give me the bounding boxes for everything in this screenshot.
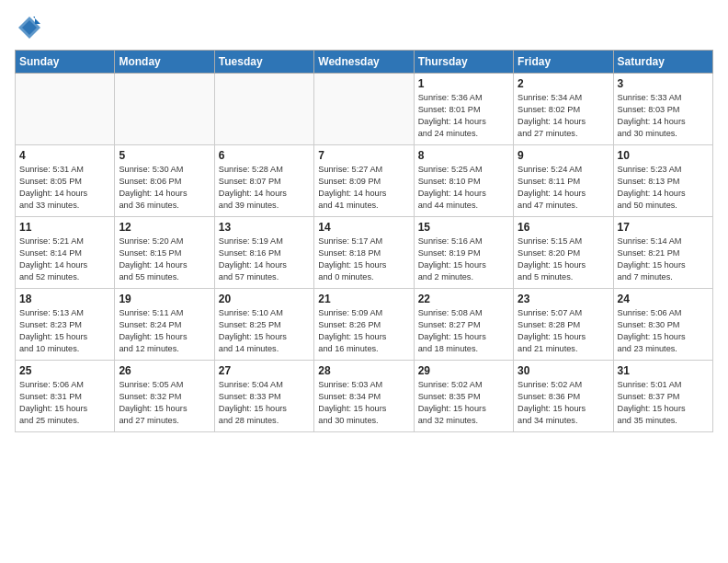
day-cell <box>214 74 313 145</box>
column-header-tuesday: Tuesday <box>214 51 313 74</box>
day-cell: 13Sunrise: 5:19 AM Sunset: 8:16 PM Dayli… <box>214 217 313 289</box>
day-info: Sunrise: 5:02 AM Sunset: 8:36 PM Dayligh… <box>518 379 609 427</box>
day-number: 22 <box>418 293 509 305</box>
day-number: 1 <box>418 77 509 90</box>
day-number: 8 <box>418 149 509 162</box>
day-number: 13 <box>219 221 310 234</box>
day-cell: 24Sunrise: 5:06 AM Sunset: 8:30 PM Dayli… <box>613 289 712 361</box>
day-info: Sunrise: 5:03 AM Sunset: 8:34 PM Dayligh… <box>318 379 409 427</box>
day-info: Sunrise: 5:24 AM Sunset: 8:11 PM Dayligh… <box>518 164 609 212</box>
day-info: Sunrise: 5:34 AM Sunset: 8:02 PM Dayligh… <box>518 92 609 140</box>
logo-icon <box>17 15 42 40</box>
day-info: Sunrise: 5:06 AM Sunset: 8:30 PM Dayligh… <box>618 307 709 355</box>
day-cell: 11Sunrise: 5:21 AM Sunset: 8:14 PM Dayli… <box>16 217 115 289</box>
day-number: 21 <box>318 293 409 305</box>
day-cell: 9Sunrise: 5:24 AM Sunset: 8:11 PM Daylig… <box>514 145 613 217</box>
day-number: 3 <box>618 77 709 90</box>
day-number: 25 <box>19 364 110 377</box>
day-cell: 14Sunrise: 5:17 AM Sunset: 8:18 PM Dayli… <box>314 217 414 289</box>
day-cell: 21Sunrise: 5:09 AM Sunset: 8:26 PM Dayli… <box>314 289 414 361</box>
day-number: 23 <box>518 293 609 305</box>
day-cell: 18Sunrise: 5:13 AM Sunset: 8:23 PM Dayli… <box>16 289 115 361</box>
day-number: 17 <box>618 221 709 234</box>
day-info: Sunrise: 5:08 AM Sunset: 8:27 PM Dayligh… <box>418 307 509 355</box>
day-cell: 25Sunrise: 5:06 AM Sunset: 8:31 PM Dayli… <box>16 361 115 432</box>
day-cell: 30Sunrise: 5:02 AM Sunset: 8:36 PM Dayli… <box>514 361 613 432</box>
day-cell: 28Sunrise: 5:03 AM Sunset: 8:34 PM Dayli… <box>314 361 414 432</box>
day-info: Sunrise: 5:14 AM Sunset: 8:21 PM Dayligh… <box>618 236 709 283</box>
column-header-wednesday: Wednesday <box>314 51 414 74</box>
day-cell: 22Sunrise: 5:08 AM Sunset: 8:27 PM Dayli… <box>414 289 513 361</box>
day-number: 20 <box>219 293 310 305</box>
day-cell: 10Sunrise: 5:23 AM Sunset: 8:13 PM Dayli… <box>613 145 712 217</box>
week-row-2: 4Sunrise: 5:31 AM Sunset: 8:05 PM Daylig… <box>16 145 713 217</box>
day-number: 16 <box>518 221 609 234</box>
day-cell: 3Sunrise: 5:33 AM Sunset: 8:03 PM Daylig… <box>613 74 712 145</box>
column-header-saturday: Saturday <box>613 51 712 74</box>
day-info: Sunrise: 5:11 AM Sunset: 8:24 PM Dayligh… <box>119 307 210 355</box>
column-header-friday: Friday <box>514 51 613 74</box>
day-number: 5 <box>119 149 210 162</box>
day-info: Sunrise: 5:31 AM Sunset: 8:05 PM Dayligh… <box>19 164 110 212</box>
day-number: 14 <box>318 221 409 234</box>
calendar-header: SundayMondayTuesdayWednesdayThursdayFrid… <box>16 51 713 74</box>
day-number: 28 <box>318 364 409 377</box>
column-header-monday: Monday <box>115 51 214 74</box>
day-info: Sunrise: 5:02 AM Sunset: 8:35 PM Dayligh… <box>418 379 509 427</box>
day-cell: 2Sunrise: 5:34 AM Sunset: 8:02 PM Daylig… <box>514 74 613 145</box>
week-row-1: 1Sunrise: 5:36 AM Sunset: 8:01 PM Daylig… <box>16 74 713 145</box>
day-cell: 5Sunrise: 5:30 AM Sunset: 8:06 PM Daylig… <box>115 145 214 217</box>
day-info: Sunrise: 5:04 AM Sunset: 8:33 PM Dayligh… <box>219 379 310 427</box>
day-cell: 4Sunrise: 5:31 AM Sunset: 8:05 PM Daylig… <box>16 145 115 217</box>
day-cell: 6Sunrise: 5:28 AM Sunset: 8:07 PM Daylig… <box>214 145 313 217</box>
day-info: Sunrise: 5:15 AM Sunset: 8:20 PM Dayligh… <box>518 236 609 283</box>
day-cell: 27Sunrise: 5:04 AM Sunset: 8:33 PM Dayli… <box>214 361 313 432</box>
day-cell: 12Sunrise: 5:20 AM Sunset: 8:15 PM Dayli… <box>115 217 214 289</box>
day-cell: 17Sunrise: 5:14 AM Sunset: 8:21 PM Dayli… <box>613 217 712 289</box>
day-number: 4 <box>19 149 110 162</box>
day-info: Sunrise: 5:05 AM Sunset: 8:32 PM Dayligh… <box>119 379 210 427</box>
day-info: Sunrise: 5:09 AM Sunset: 8:26 PM Dayligh… <box>318 307 409 355</box>
day-number: 9 <box>518 149 609 162</box>
day-number: 26 <box>119 364 210 377</box>
day-number: 12 <box>119 221 210 234</box>
day-info: Sunrise: 5:10 AM Sunset: 8:25 PM Dayligh… <box>219 307 310 355</box>
day-number: 27 <box>219 364 310 377</box>
calendar-body: 1Sunrise: 5:36 AM Sunset: 8:01 PM Daylig… <box>16 74 713 432</box>
day-number: 31 <box>618 364 709 377</box>
day-cell: 31Sunrise: 5:01 AM Sunset: 8:37 PM Dayli… <box>613 361 712 432</box>
day-cell: 20Sunrise: 5:10 AM Sunset: 8:25 PM Dayli… <box>214 289 313 361</box>
day-info: Sunrise: 5:19 AM Sunset: 8:16 PM Dayligh… <box>219 236 310 283</box>
day-info: Sunrise: 5:16 AM Sunset: 8:19 PM Dayligh… <box>418 236 509 283</box>
day-number: 10 <box>618 149 709 162</box>
day-info: Sunrise: 5:36 AM Sunset: 8:01 PM Dayligh… <box>418 92 509 140</box>
day-number: 15 <box>418 221 509 234</box>
day-info: Sunrise: 5:28 AM Sunset: 8:07 PM Dayligh… <box>219 164 310 212</box>
header-row: SundayMondayTuesdayWednesdayThursdayFrid… <box>16 51 713 74</box>
day-info: Sunrise: 5:17 AM Sunset: 8:18 PM Dayligh… <box>318 236 409 283</box>
day-cell: 29Sunrise: 5:02 AM Sunset: 8:35 PM Dayli… <box>414 361 513 432</box>
day-number: 29 <box>418 364 509 377</box>
day-info: Sunrise: 5:33 AM Sunset: 8:03 PM Dayligh… <box>618 92 709 140</box>
day-cell: 15Sunrise: 5:16 AM Sunset: 8:19 PM Dayli… <box>414 217 513 289</box>
day-number: 24 <box>618 293 709 305</box>
day-info: Sunrise: 5:21 AM Sunset: 8:14 PM Dayligh… <box>19 236 110 283</box>
day-number: 6 <box>219 149 310 162</box>
day-cell: 26Sunrise: 5:05 AM Sunset: 8:32 PM Dayli… <box>115 361 214 432</box>
day-info: Sunrise: 5:27 AM Sunset: 8:09 PM Dayligh… <box>318 164 409 212</box>
day-number: 30 <box>518 364 609 377</box>
week-row-4: 18Sunrise: 5:13 AM Sunset: 8:23 PM Dayli… <box>16 289 713 361</box>
day-info: Sunrise: 5:20 AM Sunset: 8:15 PM Dayligh… <box>119 236 210 283</box>
day-cell <box>115 74 214 145</box>
day-cell <box>314 74 414 145</box>
day-info: Sunrise: 5:25 AM Sunset: 8:10 PM Dayligh… <box>418 164 509 212</box>
day-info: Sunrise: 5:13 AM Sunset: 8:23 PM Dayligh… <box>19 307 110 355</box>
day-info: Sunrise: 5:01 AM Sunset: 8:37 PM Dayligh… <box>618 379 709 427</box>
day-number: 11 <box>19 221 110 234</box>
page-header <box>15 15 713 40</box>
day-cell: 8Sunrise: 5:25 AM Sunset: 8:10 PM Daylig… <box>414 145 513 217</box>
day-number: 19 <box>119 293 210 305</box>
week-row-3: 11Sunrise: 5:21 AM Sunset: 8:14 PM Dayli… <box>16 217 713 289</box>
day-number: 18 <box>19 293 110 305</box>
day-cell: 1Sunrise: 5:36 AM Sunset: 8:01 PM Daylig… <box>414 74 513 145</box>
